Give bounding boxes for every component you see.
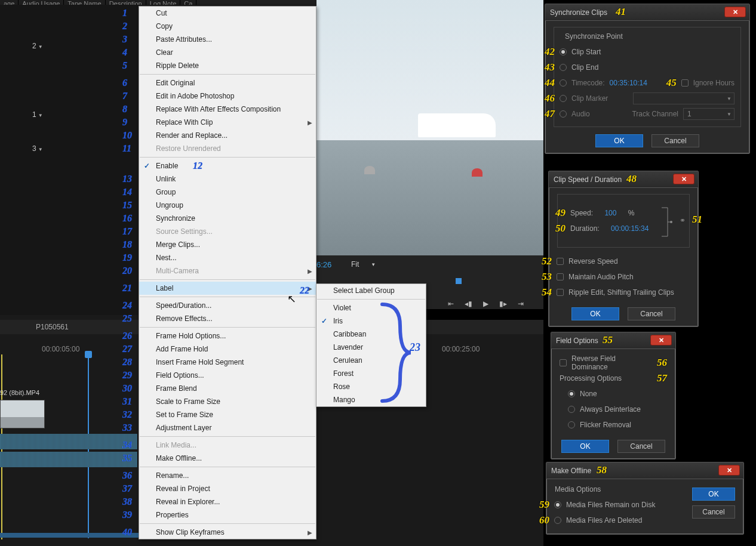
menu-item[interactable]: Field Options...29 [139, 369, 316, 382]
close-button[interactable]: ✕ [673, 174, 694, 184]
playhead-head-icon[interactable] [85, 351, 92, 358]
label-color-item[interactable]: Mango [316, 393, 426, 406]
track-selector[interactable]: 2▼ [32, 42, 43, 50]
check-reverse-dominance[interactable] [560, 359, 567, 366]
label-color-item[interactable]: ✓Iris [316, 314, 426, 328]
radio-flicker[interactable] [568, 421, 575, 428]
menu-item[interactable]: Properties39 [139, 508, 316, 522]
dialog-titlebar[interactable]: Clip Speed / Duration 48 ✕ [549, 171, 698, 188]
track-selector[interactable]: 1▼ [32, 110, 43, 119]
close-button[interactable]: ✕ [650, 335, 672, 346]
menu-item[interactable]: Copy2 [139, 20, 316, 33]
menu-item[interactable]: Edit Original6 [139, 76, 316, 90]
radio-clip-marker[interactable] [560, 95, 567, 102]
menu-item[interactable]: Remove Effects...25 [139, 312, 316, 325]
cancel-button[interactable]: Cancel [692, 505, 735, 519]
track-channel-select[interactable]: 1▼ [683, 108, 735, 120]
menu-item[interactable]: Scale to Frame Size31 [139, 395, 316, 408]
speed-value[interactable]: 100 [604, 209, 616, 217]
menu-item[interactable]: Reveal in Explorer...38 [139, 495, 316, 508]
menu-item[interactable]: ✓Enable12 [139, 159, 316, 172]
marker-select[interactable]: ▼ [633, 92, 735, 104]
label-color-item[interactable]: Cerulean [316, 354, 426, 367]
radio-none[interactable] [568, 390, 575, 397]
menu-item[interactable]: Synchronize16 [139, 212, 316, 225]
menu-item[interactable]: Speed/Duration...24 [139, 299, 316, 312]
radio-audio[interactable] [560, 110, 567, 118]
ok-button[interactable]: OK [571, 307, 619, 320]
audio-clip-a1[interactable] [0, 434, 137, 449]
transport-controls[interactable]: ⇤ ◂▮ ▶ ▮▸ ⇥ [448, 300, 524, 308]
goto-in-icon[interactable]: ⇤ [448, 300, 454, 308]
menu-item[interactable]: Frame Hold Options...26 [139, 329, 316, 343]
menu-item[interactable]: Show Clip Keyframes▶40 [139, 526, 316, 539]
check-ignore-hours[interactable] [681, 79, 689, 87]
step-back-icon[interactable]: ◂▮ [465, 300, 472, 308]
menu-item[interactable]: Clear4 [139, 46, 316, 59]
menu-item[interactable]: Group14 [139, 186, 316, 199]
label-color-item[interactable]: Forest [316, 367, 426, 380]
menu-item[interactable]: Set to Frame Size32 [139, 408, 316, 421]
menu-item[interactable]: Add Frame Hold27 [139, 343, 316, 356]
radio-timecode[interactable] [560, 79, 567, 87]
label-color-item[interactable]: Caribbean [316, 328, 426, 341]
menu-item[interactable]: Unlink13 [139, 172, 316, 186]
menu-item[interactable]: Reveal in Project37 [139, 482, 316, 495]
menu-item[interactable]: Replace With Clip▶9 [139, 116, 316, 129]
radio-deleted[interactable] [554, 517, 561, 524]
radio-clip-end[interactable] [560, 64, 567, 71]
track-selector[interactable]: 3▼ [32, 144, 43, 153]
audio-clip-a2[interactable] [0, 452, 137, 467]
menu-item[interactable]: 22Select Label Group [316, 284, 426, 297]
link-icon[interactable]: ⚭ [680, 216, 686, 224]
close-button[interactable]: ✕ [724, 7, 746, 17]
menu-item[interactable]: Insert Frame Hold Segment28 [139, 356, 316, 369]
menu-item[interactable]: Nest...19 [139, 251, 316, 264]
timeline-scrollbar[interactable] [0, 533, 139, 538]
column-header[interactable]: age [0, 0, 19, 5]
duration-value[interactable]: 00:00:15:34 [611, 224, 649, 233]
check-reverse-speed[interactable] [557, 258, 564, 265]
check-ripple-edit[interactable] [557, 289, 564, 296]
column-header[interactable]: Audio Usage [19, 0, 64, 5]
play-icon[interactable]: ▶ [483, 300, 488, 308]
menu-item[interactable]: Ungroup15 [139, 199, 316, 212]
menu-item[interactable]: Merge Clips...18 [139, 238, 316, 251]
column-header[interactable]: Description [106, 0, 146, 5]
menu-item[interactable]: Cut1 [139, 7, 316, 20]
menu-item[interactable]: Paste Attributes...3 [139, 33, 316, 46]
dialog-titlebar[interactable]: Make Offline 58 ✕ [546, 462, 743, 479]
cancel-button[interactable]: Cancel [617, 440, 665, 453]
timecode-value[interactable]: 00:35:10:14 [610, 79, 647, 87]
ok-button[interactable]: OK [561, 440, 609, 453]
dialog-titlebar[interactable]: Field Options 55 ✕ [551, 332, 675, 349]
radio-clip-start[interactable] [560, 48, 567, 55]
label-color-item[interactable]: Rose [316, 380, 426, 393]
ok-button[interactable]: OK [692, 488, 735, 501]
label-color-item[interactable]: Violet [316, 301, 426, 314]
column-header[interactable]: Ca [180, 0, 196, 5]
menu-item[interactable]: Adjustment Layer33 [139, 421, 316, 434]
ok-button[interactable]: OK [595, 134, 643, 147]
menu-item[interactable]: Edit in Adobe Photoshop7 [139, 90, 316, 103]
dialog-titlebar[interactable]: Synchronize Clips 41 ✕ [545, 4, 749, 21]
menu-item[interactable]: Ripple Delete5 [139, 59, 316, 72]
zoom-fit-dropdown[interactable]: Fit▼ [351, 260, 376, 269]
column-header[interactable]: Log Note [146, 0, 181, 5]
menu-item[interactable]: Make Offline...35 [139, 452, 316, 465]
check-maintain-pitch[interactable] [557, 273, 564, 280]
menu-item[interactable]: Frame Blend30 [139, 382, 316, 395]
video-clip-thumb[interactable] [0, 400, 45, 428]
column-header[interactable]: Tape Name [64, 0, 105, 5]
menu-item[interactable]: Label▶21 [139, 282, 316, 295]
close-button[interactable]: ✕ [718, 465, 740, 476]
radio-deinterlace[interactable] [568, 406, 575, 413]
menu-item[interactable]: Rename...36 [139, 469, 316, 482]
cancel-button[interactable]: Cancel [651, 134, 699, 147]
cancel-button[interactable]: Cancel [628, 307, 675, 320]
menu-item[interactable]: Replace With After Effects Composition8 [139, 103, 316, 116]
step-fwd-icon[interactable]: ▮▸ [499, 300, 507, 308]
goto-out-icon[interactable]: ⇥ [518, 300, 524, 308]
radio-remain-on-disk[interactable] [554, 501, 561, 508]
menu-item[interactable]: Render and Replace...10 [139, 129, 316, 142]
